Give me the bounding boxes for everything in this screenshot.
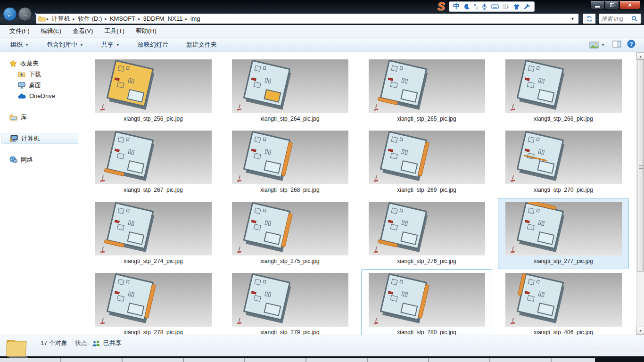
vertical-scrollbar[interactable]: ▲ ▼ bbox=[636, 52, 644, 335]
file-thumbnail[interactable] bbox=[95, 202, 212, 255]
file-tile[interactable]: xiangti_stp_279_pic.jpg bbox=[224, 269, 355, 335]
scrollbar-thumb[interactable] bbox=[637, 59, 644, 272]
handwriting-icon[interactable] bbox=[503, 4, 510, 9]
microphone-icon[interactable] bbox=[481, 3, 487, 10]
sogou-logo-icon[interactable]: S bbox=[435, 0, 448, 12]
file-thumbnail[interactable] bbox=[232, 131, 348, 184]
file-thumbnail[interactable] bbox=[369, 273, 485, 327]
file-thumbnail[interactable] bbox=[232, 59, 348, 113]
file-name-label: xiangti_stp_278_pic.jpg bbox=[124, 329, 182, 335]
command-toolbar: 组织▼ 包含到库中▼ 共享▼ 放映幻灯片 新建文件夹 ▼ ? bbox=[0, 38, 644, 52]
fullmoon-shape-icon[interactable] bbox=[463, 3, 470, 10]
file-thumbnail[interactable] bbox=[505, 131, 622, 184]
punctuation-icon[interactable]: °, bbox=[474, 3, 478, 10]
views-thumbnail-icon bbox=[589, 41, 599, 49]
breadcrumb-separator-icon: ▸ bbox=[104, 16, 108, 21]
wrench-settings-icon[interactable] bbox=[524, 3, 530, 10]
skin-tshirt-icon[interactable] bbox=[513, 4, 520, 10]
file-thumbnail[interactable] bbox=[369, 131, 485, 184]
sidebar-item-downloads[interactable]: 下载 bbox=[0, 69, 80, 80]
coordinate-axis-icon bbox=[374, 247, 379, 253]
file-tile[interactable]: xiangti_stp_256_pic.jpg bbox=[88, 56, 219, 127]
file-thumbnail[interactable] bbox=[95, 131, 212, 184]
include-in-library-button[interactable]: 包含到库中▼ bbox=[42, 39, 88, 51]
file-thumbnail[interactable] bbox=[369, 202, 485, 255]
network-globe-icon bbox=[9, 156, 17, 163]
sidebar-item-libraries[interactable]: 库 bbox=[0, 112, 80, 123]
file-thumbnail[interactable] bbox=[232, 273, 348, 327]
change-view-button[interactable]: ▼ bbox=[587, 41, 607, 49]
chevron-down-icon: ▼ bbox=[80, 43, 83, 47]
file-tile[interactable]: xiangti_stp_264_pic.jpg bbox=[224, 56, 355, 127]
preview-pane-button[interactable] bbox=[612, 41, 621, 49]
current-folder-icon bbox=[5, 337, 28, 358]
breadcrumb-item-drive[interactable]: 软件 (D:) bbox=[76, 15, 104, 23]
close-button[interactable]: × bbox=[619, 1, 640, 9]
breadcrumb-item-3ddfm[interactable]: 3DDFM_NX11 bbox=[141, 15, 185, 22]
orange-accent-edge bbox=[144, 284, 156, 319]
star-icon bbox=[9, 60, 17, 67]
share-button[interactable]: 共享▼ bbox=[97, 39, 124, 51]
sidebar-item-network[interactable]: 网络 bbox=[0, 154, 80, 165]
file-thumbnail[interactable] bbox=[232, 202, 348, 255]
menu-file[interactable]: 文件(F) bbox=[4, 25, 35, 37]
file-thumbnail[interactable] bbox=[95, 59, 212, 113]
coordinate-axis-icon bbox=[511, 104, 515, 110]
breadcrumb-item-computer[interactable]: 计算机 bbox=[50, 15, 72, 23]
file-thumbnail[interactable] bbox=[369, 59, 485, 113]
coordinate-axis-icon bbox=[237, 318, 242, 324]
breadcrumb-item-kmsoft[interactable]: KMSOFT bbox=[108, 15, 137, 22]
file-name-label: xiangti_stp_406_pic.jpg bbox=[534, 329, 593, 335]
restore-button[interactable] bbox=[605, 1, 619, 9]
address-history-chevron-icon[interactable]: ▼ bbox=[570, 16, 577, 21]
search-box bbox=[599, 13, 641, 24]
sidebar-item-computer[interactable]: 计算机 bbox=[1, 133, 78, 144]
file-tile[interactable]: xiangti_stp_406_pic.jpg bbox=[498, 269, 629, 335]
file-tile[interactable]: xiangti_stp_276_pic.jpg bbox=[361, 198, 492, 269]
file-tile[interactable]: xiangti_stp_266_pic.jpg bbox=[498, 56, 629, 127]
menu-help[interactable]: 帮助(H) bbox=[130, 25, 162, 37]
file-tile[interactable]: xiangti_stp_265_pic.jpg bbox=[361, 56, 492, 127]
file-tile[interactable]: xiangti_stp_278_pic.jpg bbox=[88, 269, 219, 335]
file-tile[interactable]: xiangti_stp_275_pic.jpg bbox=[224, 198, 355, 269]
refresh-button[interactable] bbox=[583, 13, 596, 24]
minimize-button[interactable] bbox=[590, 1, 604, 9]
refresh-icon bbox=[586, 16, 593, 22]
inset-panel-detail bbox=[400, 231, 418, 245]
scroll-down-icon[interactable]: ▼ bbox=[636, 327, 644, 335]
ime-chinese-mode[interactable]: 中 bbox=[453, 2, 460, 11]
chevron-down-icon: ▼ bbox=[116, 43, 120, 47]
slideshow-button[interactable]: 放映幻灯片 bbox=[133, 39, 173, 51]
file-tile[interactable]: xiangti_stp_267_pic.jpg bbox=[88, 127, 219, 198]
new-folder-button[interactable]: 新建文件夹 bbox=[182, 39, 222, 51]
breadcrumb-item-img[interactable]: img bbox=[189, 15, 202, 22]
keyboard-icon[interactable] bbox=[491, 4, 499, 9]
menu-view[interactable]: 查看(V) bbox=[67, 25, 99, 37]
menu-edit[interactable]: 编辑(E) bbox=[35, 25, 67, 37]
organize-button[interactable]: 组织▼ bbox=[6, 39, 33, 51]
breadcrumb-separator-icon: ▸ bbox=[72, 16, 76, 21]
file-tile[interactable]: xiangti_stp_269_pic.jpg bbox=[361, 127, 492, 198]
sidebar-item-onedrive[interactable]: OneDrive bbox=[0, 90, 80, 101]
file-thumbnail[interactable] bbox=[505, 202, 622, 255]
search-icon[interactable] bbox=[631, 16, 637, 22]
menu-tools[interactable]: 工具(T) bbox=[99, 25, 130, 37]
file-tile[interactable]: xiangti_stp_274_pic.jpg bbox=[88, 198, 219, 269]
file-thumbnail[interactable] bbox=[505, 273, 622, 327]
forward-button[interactable]: → bbox=[18, 7, 32, 21]
back-button[interactable]: ← bbox=[3, 7, 17, 21]
search-input[interactable] bbox=[601, 16, 631, 22]
sidebar-item-favorites[interactable]: 收藏夹 bbox=[0, 58, 80, 69]
file-tile[interactable]: xiangti_stp_270_pic.jpg bbox=[498, 127, 629, 198]
red-chip-detail bbox=[388, 148, 393, 152]
file-tile[interactable]: xiangti_stp_268_pic.jpg bbox=[224, 127, 355, 198]
help-button[interactable]: ? bbox=[627, 40, 636, 50]
file-tile[interactable]: xiangti_stp_280_pic.jpg bbox=[361, 269, 492, 335]
file-tile[interactable]: xiangti_stp_277_pic.jpg bbox=[498, 198, 629, 269]
breadcrumb[interactable]: ▸ 计算机 ▸ 软件 (D:) ▸ KMSOFT ▸ 3DDFM_NX11 ▸ … bbox=[36, 13, 579, 24]
file-name-label: xiangti_stp_268_pic.jpg bbox=[260, 187, 319, 193]
cad-box-render bbox=[243, 60, 290, 107]
file-thumbnail[interactable] bbox=[95, 273, 212, 327]
file-thumbnail[interactable] bbox=[505, 59, 622, 113]
sidebar-item-desktop[interactable]: 桌面 bbox=[0, 80, 80, 90]
